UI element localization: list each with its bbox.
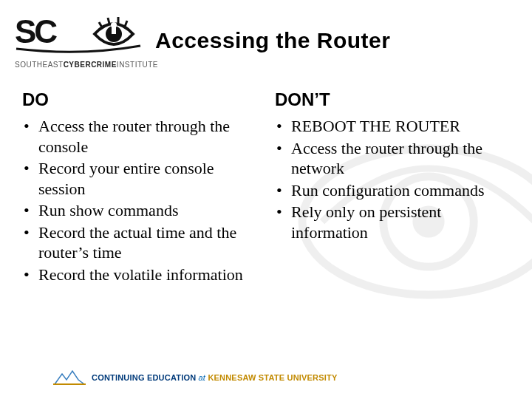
dont-list: REBOOT THE ROUTER Access the router thro… [275,116,510,242]
footer-ce: CONTINUING EDUCATION at KENNESAW STATE U… [92,373,338,382]
dont-column: DON’T REBOOT THE ROUTER Access the route… [275,89,510,286]
list-item: Run configuration commands [275,180,510,201]
slide-title: Accessing the Router [148,13,517,53]
do-heading: DO [22,89,257,110]
logo-text-bold: CYBERCRIME [64,61,117,69]
list-item: Run show commands [22,200,257,221]
sci-eye-logo-icon: SC [15,13,148,55]
list-item: REBOOT THE ROUTER [275,116,510,137]
svg-point-6 [111,22,117,28]
do-list: Access the router through the console Re… [22,116,257,284]
list-item: Record the volatile information [22,265,257,285]
footer-ce-italic: at [196,373,208,382]
svg-line-8 [108,18,109,24]
do-column: DO Access the router through the console… [22,89,257,286]
svg-marker-11 [55,371,84,384]
mountain-icon [53,369,86,386]
institute-logo-text: SOUTHEASTCYBERCRIMEINSTITUTE [15,61,148,69]
logo-text-suffix: INSTITUTE [117,61,158,69]
list-item: Access the router through the console [22,116,257,157]
list-item: Rely only on persistent information [275,202,510,242]
footer-ce-bold: CONTINUING EDUCATION [92,373,196,382]
dont-heading: DON’T [275,89,510,110]
svg-line-7 [99,22,102,27]
list-item: Access the router through the network [275,138,510,179]
slide-body: DO Access the router through the console… [0,69,532,286]
svg-text:SC: SC [15,13,57,50]
list-item: Record your entire console session [22,158,257,199]
footer-ksu: KENNESAW STATE UNIVERSITY [208,373,337,382]
logo-text-prefix: SOUTHEAST [15,61,64,69]
institute-logo: SC SOUTHEASTCYBERCRIMEINSTITUTE [15,13,148,69]
footer-logo: CONTINUING EDUCATION at KENNESAW STATE U… [53,369,338,386]
list-item: Record the actual time and the router’s … [22,222,257,263]
slide-header: SC SOUTHEASTCYBERCRIMEINSTITUTE [0,0,532,69]
svg-line-10 [125,21,127,27]
